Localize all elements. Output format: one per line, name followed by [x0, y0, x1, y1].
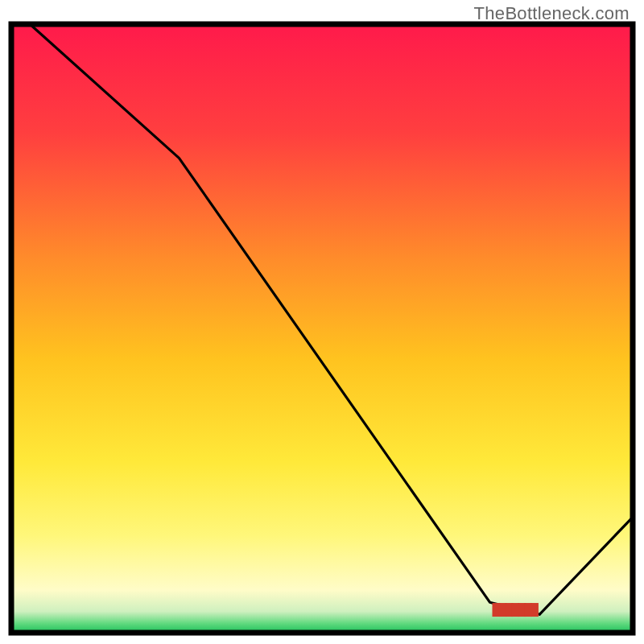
bottleneck-chart: ███████ [0, 0, 644, 644]
gradient-background [11, 24, 633, 633]
chart-stage: TheBottleneck.com ███████ [0, 0, 644, 644]
min-label: ███████ [493, 603, 539, 617]
